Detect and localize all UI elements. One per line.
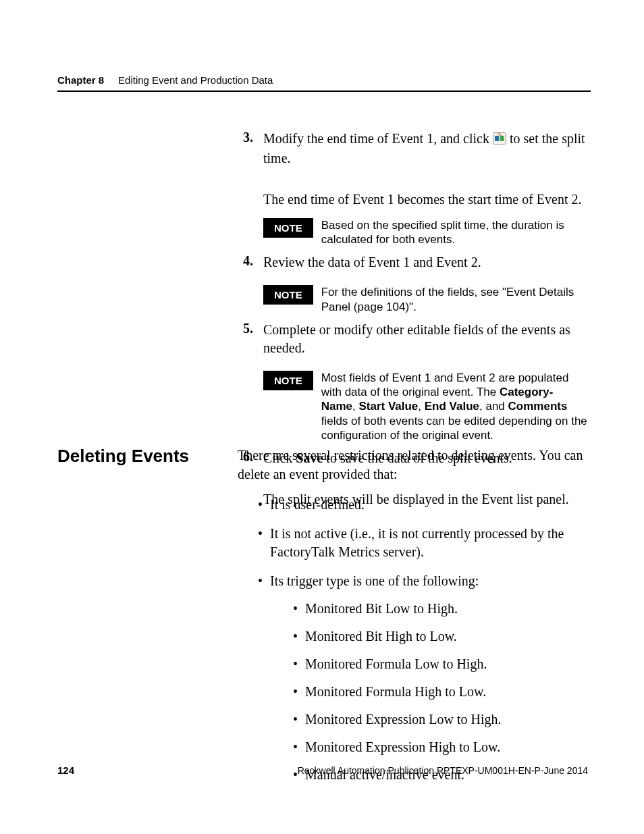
note-seg: , (418, 400, 424, 413)
step-3: 3. Modify the end time of Event 1, and c… (243, 130, 587, 177)
note-seg: fields of both events can be edited depe… (321, 415, 587, 442)
list-item: Monitored Bit High to Low. (293, 627, 587, 646)
section-heading: Deleting Events (57, 446, 189, 467)
note-bold: Start Value (358, 400, 418, 413)
note-label: NOTE (263, 285, 313, 305)
svg-rect-2 (500, 136, 504, 141)
note-label: NOTE (263, 371, 313, 390)
note-text: Based on the specified split time, the d… (321, 218, 587, 247)
note-label: NOTE (263, 218, 313, 238)
list-item: Monitored Expression High to Low. (293, 738, 587, 756)
list-item: It is user-defined. (258, 496, 587, 514)
chapter-label: Chapter 8 (57, 74, 104, 86)
step-body: Review the data of Event 1 and Event 2. (263, 253, 587, 281)
step-4-text: Review the data of Event 1 and Event 2. (263, 253, 587, 271)
bullet-list: It is user-defined. It is not active (i.… (238, 496, 587, 784)
step-number: 5. (243, 321, 263, 367)
step-body: Modify the end time of Event 1, and clic… (263, 130, 587, 177)
list-item: Monitored Formula Low to High. (293, 655, 587, 673)
note-seg: , and (479, 400, 508, 413)
section-intro: There are several restrictions related t… (238, 446, 587, 484)
list-item-text: Its trigger type is one of the following… (270, 573, 479, 588)
list-item: Monitored Expression Low to High. (293, 710, 587, 729)
list-item: Its trigger type is one of the following… (258, 572, 587, 784)
section-body: There are several restrictions related t… (238, 446, 587, 795)
list-item: Monitored Formula High to Low. (293, 683, 587, 701)
step-3-followup: The end time of Event 1 becomes the star… (263, 190, 587, 209)
running-header: Chapter 8 Editing Event and Production D… (57, 74, 273, 86)
step-5: 5. Complete or modify other editable fie… (243, 321, 587, 367)
step-number: 4. (243, 253, 263, 281)
step-body: Complete or modify other editable fields… (263, 321, 587, 367)
page: Chapter 8 Editing Event and Production D… (0, 0, 644, 834)
step-4: 4. Review the data of Event 1 and Event … (243, 253, 587, 281)
note-text: For the definitions of the fields, see "… (321, 285, 587, 314)
step-5-text: Complete or modify other editable fields… (263, 321, 587, 357)
note-bold: Comments (508, 400, 568, 413)
note-block: NOTE For the definitions of the fields, … (263, 285, 587, 314)
note-block: NOTE Based on the specified split time, … (263, 218, 587, 247)
step-number: 3. (243, 130, 263, 177)
svg-rect-1 (495, 136, 499, 141)
sub-bullet-list: Monitored Bit Low to High. Monitored Bit… (270, 600, 587, 784)
page-number: 124 (57, 764, 74, 776)
note-bold: End Value (425, 400, 479, 413)
list-item: Monitored Bit Low to High. (293, 600, 587, 618)
header-rule (57, 90, 591, 92)
step-3-text-before: Modify the end time of Event 1, and clic… (263, 131, 493, 146)
note-text: Most fields of Event 1 and Event 2 are p… (321, 371, 587, 442)
split-button-icon (493, 131, 506, 149)
note-block: NOTE Most fields of Event 1 and Event 2 … (263, 371, 587, 442)
chapter-title: Editing Event and Production Data (118, 74, 273, 86)
publication-footer: Rockwell Automation Publication RPTEXP-U… (298, 765, 588, 776)
list-item: It is not active (i.e., it is not curren… (258, 525, 587, 561)
